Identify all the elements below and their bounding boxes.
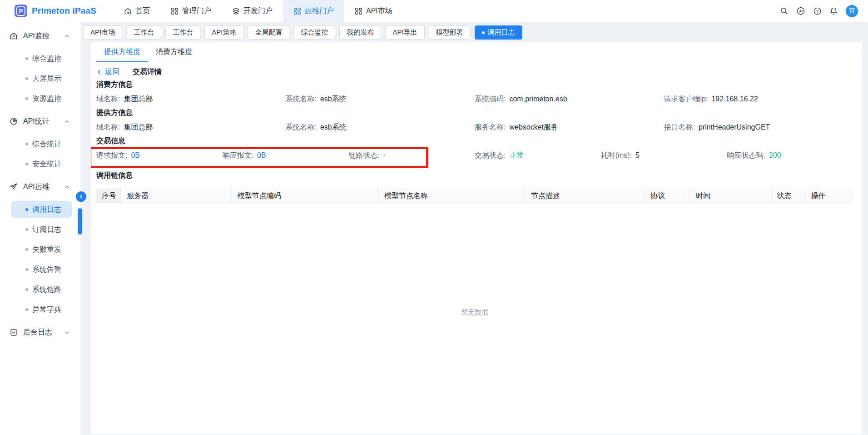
app-logo[interactable]: P Primeton iPaaS <box>0 0 114 22</box>
tab-consumer-dimension[interactable]: 消费方维度 <box>148 42 200 62</box>
field-domain-name: 域名称:集团总部 <box>96 95 286 104</box>
tab-call-log-active[interactable]: 调用日志 <box>475 25 522 40</box>
empty-text: 暂无数据 <box>461 308 488 317</box>
bullet-dot-icon <box>25 308 28 311</box>
tab-api-export[interactable]: API导出 <box>385 25 424 40</box>
open-tabs-bar: API市场 工作台 工作台 API策略 全局配置 综合监控 我的发布 API导出… <box>81 22 868 40</box>
sidebar-group-api-ops[interactable]: API运维 <box>0 175 81 198</box>
nav-item-dev-portal[interactable]: 开发门户 <box>222 0 283 22</box>
field-response-payload: 响应报文:0B <box>223 151 349 160</box>
call-chain-table: 序号 服务器 模型节点编码 模型节点名称 节点描述 协议 时间 状态 操作 <box>96 189 853 203</box>
sidebar-item-subscribe-log[interactable]: 订阅日志 <box>11 221 72 238</box>
sidebar-group-api-stats[interactable]: API统计 <box>0 110 81 133</box>
sidebar-item-resource-monitor[interactable]: 资源监控 <box>11 90 72 107</box>
nav-item-label: 开发门户 <box>243 6 273 16</box>
back-button[interactable]: 返回 <box>96 67 119 77</box>
ai-assistant-icon[interactable]: AI <box>796 6 805 15</box>
field-elapsed-ms: 耗时(ms):5 <box>601 151 727 160</box>
table-empty-state: 暂无数据 <box>96 203 853 430</box>
logo-letter: P <box>16 6 26 16</box>
sidebar-item-system-alarm[interactable]: 系统告警 <box>11 261 72 278</box>
sidebar: API监控 综合监控 大屏展示 资源监控 API统计 综合统计 安全统计 <box>0 22 81 435</box>
nav-item-admin-portal[interactable]: 管理门户 <box>160 0 222 22</box>
main-content: API市场 工作台 工作台 API策略 全局配置 综合监控 我的发布 API导出… <box>81 22 868 435</box>
help-icon[interactable]: ? <box>813 7 822 15</box>
page-title: 交易详情 <box>133 67 162 77</box>
sidebar-group-label: API统计 <box>23 117 50 126</box>
request-payload-link[interactable]: 0B <box>131 151 140 159</box>
bullet-dot-icon <box>25 208 28 211</box>
tab-my-publish[interactable]: 我的发布 <box>339 25 381 40</box>
chevron-left-icon <box>79 194 84 199</box>
field-response-code: 响应状态码:200 <box>727 151 853 160</box>
sidebar-item-label: 系统告警 <box>32 265 61 275</box>
tab-workbench-1[interactable]: 工作台 <box>126 25 161 40</box>
svg-text:?: ? <box>816 8 818 13</box>
tab-global-config[interactable]: 全局配置 <box>248 25 289 40</box>
sidebar-item-big-screen[interactable]: 大屏展示 <box>11 70 72 87</box>
transaction-fields-row: 请求报文:0B 响应报文:0B 链路状态:- 交易状态:正常 耗时(ms):5 … <box>96 150 853 160</box>
sidebar-item-system-link[interactable]: 系统链路 <box>11 281 72 298</box>
sidebar-item-fail-retry[interactable]: 失败重发 <box>11 241 72 258</box>
sidebar-item-label: 异常字典 <box>32 305 61 315</box>
consumer-fields-row: 域名称:集团总部 系统名称:esb系统 系统编码:com.primeton.es… <box>96 94 853 104</box>
bullet-dot-icon <box>25 228 28 231</box>
chevron-up-icon <box>64 33 70 39</box>
section-title-provider: 提供方信息 <box>96 108 853 118</box>
primary-nav: 首页 管理门户 开发门户 运维门户 API市场 <box>114 0 403 22</box>
tab-composite-monitor[interactable]: 综合监控 <box>293 25 335 40</box>
sidebar-item-label: 大屏展示 <box>32 74 61 84</box>
pie-chart-icon <box>10 117 18 125</box>
bullet-dot-icon <box>25 163 28 165</box>
col-node-desc: 节点描述 <box>526 189 645 203</box>
field-system-name: 系统名称:esb系统 <box>286 95 475 104</box>
sidebar-group-api-monitor[interactable]: API监控 <box>0 25 81 47</box>
response-payload-link[interactable]: 0B <box>257 151 266 159</box>
sidebar-group-backend-log[interactable]: 后台日志 <box>0 321 81 344</box>
sidebar-item-composite-monitor[interactable]: 综合监控 <box>11 50 72 67</box>
search-icon[interactable] <box>780 7 789 15</box>
sidebar-group-label: API运维 <box>23 182 50 192</box>
user-avatar[interactable]: 管 <box>846 5 858 17</box>
megaphone-icon <box>10 183 18 191</box>
sidebar-item-label: 订阅日志 <box>32 225 61 235</box>
svg-text:AI: AI <box>799 9 803 13</box>
col-model-node-name: 模型节点名称 <box>378 189 525 203</box>
bullet-dot-icon <box>25 288 28 291</box>
tab-api-market[interactable]: API市场 <box>83 25 122 40</box>
table-header-row: 序号 服务器 模型节点编码 模型节点名称 节点描述 协议 时间 状态 操作 <box>96 189 853 203</box>
sidebar-item-exception-dict[interactable]: 异常字典 <box>11 301 72 318</box>
monitor-home-icon <box>10 32 18 40</box>
field-request-payload: 请求报文:0B <box>96 151 223 160</box>
tab-workbench-2[interactable]: 工作台 <box>165 25 200 40</box>
tab-model-deploy[interactable]: 模型部署 <box>429 25 471 40</box>
active-dot-icon <box>482 31 485 34</box>
nav-item-label: API市场 <box>366 6 392 16</box>
nav-item-api-market[interactable]: API市场 <box>344 0 403 22</box>
sidebar-collapse-button[interactable] <box>76 191 86 202</box>
col-server: 服务器 <box>121 189 232 203</box>
sidebar-item-call-log[interactable]: 调用日志 <box>11 201 72 218</box>
sidebar-item-composite-stats[interactable]: 综合统计 <box>11 135 72 153</box>
sidebar-item-label: 资源监控 <box>32 94 61 104</box>
nav-item-ops-portal[interactable]: 运维门户 <box>283 0 344 22</box>
col-seq: 序号 <box>96 189 121 203</box>
field-domain-name: 域名称:集团总部 <box>96 123 286 132</box>
nav-item-label: 运维门户 <box>305 6 334 16</box>
section-title-transaction: 交易信息 <box>96 136 853 146</box>
field-system-code: 系统编码:com.primeton.esb <box>475 95 664 104</box>
chevron-up-icon <box>64 119 70 125</box>
layers-icon <box>232 7 240 15</box>
col-actions: 操作 <box>805 189 853 203</box>
sidebar-item-security-stats[interactable]: 安全统计 <box>11 155 72 173</box>
tab-provider-dimension[interactable]: 提供方维度 <box>96 42 148 62</box>
tab-api-policy[interactable]: API策略 <box>204 25 243 40</box>
apps-grid-icon <box>355 7 362 15</box>
section-title-chain: 调用链信息 <box>96 170 853 180</box>
back-row: 返回 交易详情 <box>96 65 853 79</box>
scrollbar-thumb[interactable] <box>78 208 82 235</box>
bullet-dot-icon <box>25 57 28 60</box>
sidebar-item-label: 综合统计 <box>32 140 61 149</box>
nav-item-home[interactable]: 首页 <box>114 0 160 22</box>
notifications-bell-icon[interactable] <box>829 7 838 15</box>
